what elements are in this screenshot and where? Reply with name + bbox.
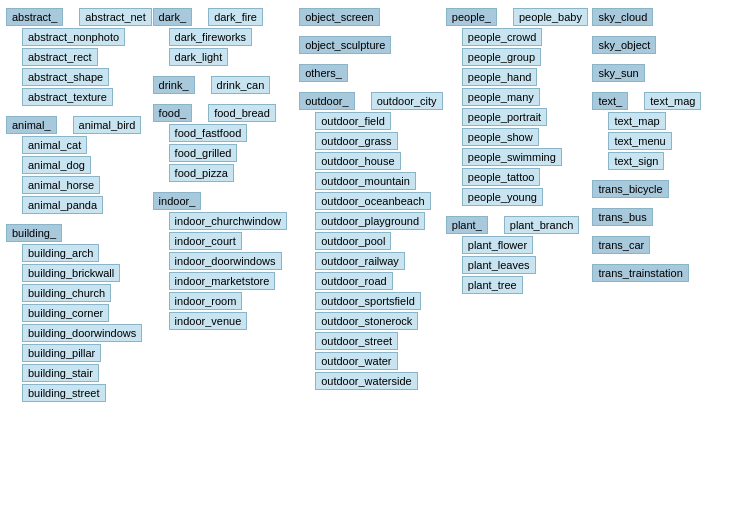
parent-item-dark_[interactable]: dark_ — [153, 8, 193, 26]
child-item-people_baby[interactable]: people_baby — [513, 8, 588, 26]
child-item-dark_light[interactable]: dark_light — [169, 48, 229, 66]
child-item-building_church[interactable]: building_church — [22, 284, 111, 302]
column-col2: dark_dark_firedark_fireworksdark_lightdr… — [153, 8, 300, 410]
child-item-abstract_texture[interactable]: abstract_texture — [22, 88, 113, 106]
group-object_screen: object_screen — [299, 8, 446, 28]
child-item-people_show[interactable]: people_show — [462, 128, 539, 146]
child-item-outdoor_road[interactable]: outdoor_road — [315, 272, 392, 290]
group-object_sculpture: object_sculpture — [299, 36, 446, 56]
child-item-animal_cat[interactable]: animal_cat — [22, 136, 87, 154]
parent-item-trans_trainstation[interactable]: trans_trainstation — [592, 264, 688, 282]
child-item-food_bread[interactable]: food_bread — [208, 104, 276, 122]
child-item-text_sign[interactable]: text_sign — [608, 152, 664, 170]
child-item-plant_tree[interactable]: plant_tree — [462, 276, 523, 294]
child-item-building_corner[interactable]: building_corner — [22, 304, 109, 322]
parent-item-drink_[interactable]: drink_ — [153, 76, 195, 94]
child-item-building_street[interactable]: building_street — [22, 384, 106, 402]
child-item-building_stair[interactable]: building_stair — [22, 364, 99, 382]
child-item-plant_branch[interactable]: plant_branch — [504, 216, 580, 234]
child-item-indoor_churchwindow[interactable]: indoor_churchwindow — [169, 212, 287, 230]
child-item-outdoor_railway[interactable]: outdoor_railway — [315, 252, 405, 270]
child-item-indoor_court[interactable]: indoor_court — [169, 232, 242, 250]
child-item-dark_fire[interactable]: dark_fire — [208, 8, 263, 26]
child-item-outdoor_house[interactable]: outdoor_house — [315, 152, 400, 170]
parent-item-object_screen[interactable]: object_screen — [299, 8, 380, 26]
group-plant_: plant_plant_branchplant_flowerplant_leav… — [446, 216, 593, 296]
parent-item-plant_[interactable]: plant_ — [446, 216, 488, 234]
parent-item-object_sculpture[interactable]: object_sculpture — [299, 36, 391, 54]
parent-item-trans_bicycle[interactable]: trans_bicycle — [592, 180, 668, 198]
child-item-people_tattoo[interactable]: people_tattoo — [462, 168, 541, 186]
child-item-abstract_shape[interactable]: abstract_shape — [22, 68, 109, 86]
child-item-building_doorwindows[interactable]: building_doorwindows — [22, 324, 142, 342]
child-item-animal_panda[interactable]: animal_panda — [22, 196, 103, 214]
parent-item-abstract_[interactable]: abstract_ — [6, 8, 63, 26]
column-col1: abstract_abstract_netabstract_nonphotoab… — [6, 8, 153, 410]
child-item-dark_fireworks[interactable]: dark_fireworks — [169, 28, 253, 46]
group-text_: text_text_magtext_maptext_menutext_sign — [592, 92, 739, 172]
child-item-people_young[interactable]: people_young — [462, 188, 543, 206]
child-item-indoor_doorwindows[interactable]: indoor_doorwindows — [169, 252, 282, 270]
parent-item-food_[interactable]: food_ — [153, 104, 193, 122]
child-item-building_arch[interactable]: building_arch — [22, 244, 99, 262]
child-item-outdoor_stonerock[interactable]: outdoor_stonerock — [315, 312, 418, 330]
child-item-people_hand[interactable]: people_hand — [462, 68, 538, 86]
child-item-outdoor_sportsfield[interactable]: outdoor_sportsfield — [315, 292, 421, 310]
child-item-outdoor_playground[interactable]: outdoor_playground — [315, 212, 425, 230]
child-item-animal_bird[interactable]: animal_bird — [73, 116, 142, 134]
child-item-text_menu[interactable]: text_menu — [608, 132, 671, 150]
child-item-outdoor_street[interactable]: outdoor_street — [315, 332, 398, 350]
child-item-animal_dog[interactable]: animal_dog — [22, 156, 91, 174]
child-item-people_group[interactable]: people_group — [462, 48, 541, 66]
child-item-outdoor_mountain[interactable]: outdoor_mountain — [315, 172, 416, 190]
child-item-outdoor_pool[interactable]: outdoor_pool — [315, 232, 391, 250]
child-item-plant_leaves[interactable]: plant_leaves — [462, 256, 536, 274]
child-item-food_pizza[interactable]: food_pizza — [169, 164, 234, 182]
parent-item-outdoor_[interactable]: outdoor_ — [299, 92, 354, 110]
parent-item-building_[interactable]: building_ — [6, 224, 62, 242]
group-building_: building_building_archbuilding_brickwall… — [6, 224, 153, 404]
child-item-building_brickwall[interactable]: building_brickwall — [22, 264, 120, 282]
child-item-outdoor_field[interactable]: outdoor_field — [315, 112, 391, 130]
child-item-people_crowd[interactable]: people_crowd — [462, 28, 543, 46]
parent-item-others_[interactable]: others_ — [299, 64, 348, 82]
child-item-outdoor_oceanbeach[interactable]: outdoor_oceanbeach — [315, 192, 430, 210]
group-sky_cloud: sky_cloud — [592, 8, 739, 28]
group-trans_trainstation: trans_trainstation — [592, 264, 739, 284]
parent-item-people_[interactable]: people_ — [446, 8, 497, 26]
parent-item-animal_[interactable]: animal_ — [6, 116, 57, 134]
main-container: abstract_abstract_netabstract_nonphotoab… — [0, 0, 745, 418]
child-item-abstract_rect[interactable]: abstract_rect — [22, 48, 98, 66]
child-item-indoor_marketstore[interactable]: indoor_marketstore — [169, 272, 276, 290]
group-food_: food_food_breadfood_fastfoodfood_grilled… — [153, 104, 300, 184]
group-animal_: animal_animal_birdanimal_catanimal_dogan… — [6, 116, 153, 216]
parent-item-sky_sun[interactable]: sky_sun — [592, 64, 644, 82]
child-item-outdoor_city[interactable]: outdoor_city — [371, 92, 443, 110]
child-item-plant_flower[interactable]: plant_flower — [462, 236, 533, 254]
group-outdoor_: outdoor_outdoor_cityoutdoor_fieldoutdoor… — [299, 92, 446, 392]
child-item-text_mag[interactable]: text_mag — [644, 92, 701, 110]
parent-item-trans_bus[interactable]: trans_bus — [592, 208, 652, 226]
child-item-people_portrait[interactable]: people_portrait — [462, 108, 547, 126]
parent-item-indoor_[interactable]: indoor_ — [153, 192, 202, 210]
child-item-people_many[interactable]: people_many — [462, 88, 540, 106]
child-item-outdoor_water[interactable]: outdoor_water — [315, 352, 397, 370]
parent-item-sky_cloud[interactable]: sky_cloud — [592, 8, 653, 26]
child-item-outdoor_waterside[interactable]: outdoor_waterside — [315, 372, 418, 390]
child-item-animal_horse[interactable]: animal_horse — [22, 176, 100, 194]
child-item-abstract_net[interactable]: abstract_net — [79, 8, 152, 26]
child-item-food_grilled[interactable]: food_grilled — [169, 144, 238, 162]
child-item-drink_can[interactable]: drink_can — [211, 76, 271, 94]
child-item-building_pillar[interactable]: building_pillar — [22, 344, 101, 362]
child-item-food_fastfood[interactable]: food_fastfood — [169, 124, 248, 142]
child-item-people_swimming[interactable]: people_swimming — [462, 148, 562, 166]
child-item-abstract_nonphoto[interactable]: abstract_nonphoto — [22, 28, 125, 46]
parent-item-text_[interactable]: text_ — [592, 92, 628, 110]
parent-item-trans_car[interactable]: trans_car — [592, 236, 650, 254]
child-item-indoor_venue[interactable]: indoor_venue — [169, 312, 248, 330]
group-trans_car: trans_car — [592, 236, 739, 256]
child-item-text_map[interactable]: text_map — [608, 112, 665, 130]
child-item-indoor_room[interactable]: indoor_room — [169, 292, 243, 310]
child-item-outdoor_grass[interactable]: outdoor_grass — [315, 132, 397, 150]
parent-item-sky_object[interactable]: sky_object — [592, 36, 656, 54]
